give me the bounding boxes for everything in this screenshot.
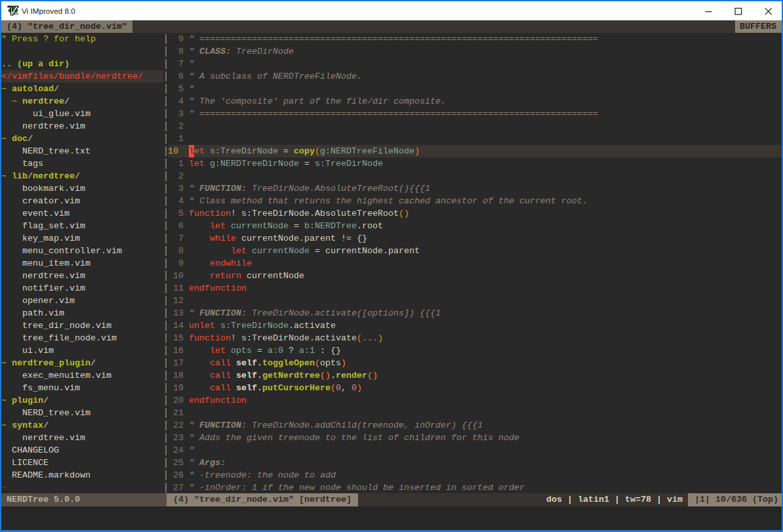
svg-text:im: im: [12, 10, 18, 16]
